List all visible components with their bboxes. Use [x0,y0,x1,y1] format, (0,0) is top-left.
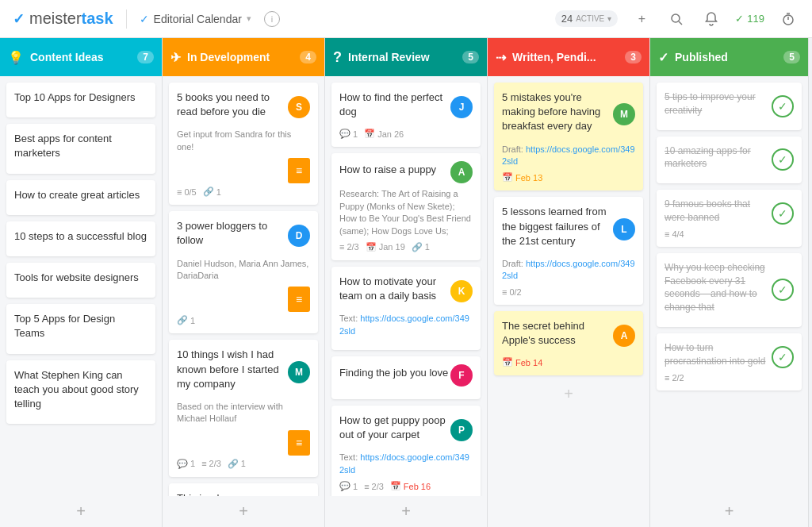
published-check-icon: ✓ [772,148,794,171]
info-icon[interactable]: i [264,11,280,27]
project-dropdown-icon: ▾ [247,13,251,24]
notif-check-icon: ✓ [735,13,744,25]
card-top10-apps[interactable]: Top 10 Apps for Designers [6,83,155,117]
card-meta: 💬1 ≡2/3 🔗1 [177,459,310,469]
card-date: 📅Feb 14 [502,357,635,367]
avatar-j: J [450,96,473,118]
card-3-bloggers[interactable]: 3 power bloggers to follow D Daniel Huds… [169,211,318,333]
card-meta: 🔗1 [177,315,310,325]
bell-button[interactable] [700,8,722,30]
card-meta: ≡2/2 [665,373,794,383]
published-title: Published [675,51,777,63]
checklist-count: ≡2/3 [201,459,221,468]
card-5-books[interactable]: 5 books you need to read before you die … [169,83,318,205]
active-count: 24 [561,13,573,25]
card-10-amazing[interactable]: 10 amazing apps for marketers ✓ [657,137,802,184]
card-meta: ≡0/5 🔗1 [177,187,310,197]
avatar-k: K [450,280,473,302]
card-10-steps[interactable]: 10 steps to a successful blog [6,221,155,256]
card-5-mistakes[interactable]: 5 mistakes you're making before having b… [494,83,643,190]
content-ideas-list: Top 10 Apps for Designers Best apps for … [0,76,162,496]
card-company-growing[interactable]: This is why your company isn't growing T… [169,483,318,496]
in-development-title: In Development [187,51,293,63]
timer-button[interactable] [777,8,799,30]
content-ideas-title: Content Ideas [30,51,131,63]
card-meta: 💬1 ≡2/3 📅Feb 16 [339,481,473,491]
add-internal-review-button[interactable]: + [325,496,487,527]
project-name: Editorial Calendar [154,13,242,25]
svg-point-0 [672,14,680,22]
comment-count: 💬1 [339,481,358,491]
comment-count: 💬1 [339,129,358,139]
add-button[interactable]: + [630,8,653,30]
logo[interactable]: ✓ meistertask [13,10,113,28]
board: 💡 Content Ideas 7 Top 10 Apps for Design… [0,38,812,527]
add-published-button[interactable]: + [650,496,808,527]
card-create-articles[interactable]: How to create great articles [6,180,155,215]
card-procrastination[interactable]: How to turn procrastination into gold ✓ … [657,333,802,390]
written-pending-list: 5 mistakes you're making before having b… [488,76,649,527]
column-internal-review: ? Internal Review 5 How to find the perf… [325,38,488,527]
internal-review-count: 5 [462,51,479,63]
card-facebook[interactable]: Why you keep checking Facebook every 31 … [657,253,802,327]
comment-count: 💬1 [177,459,195,469]
card-5-lessons[interactable]: 5 lessons learned from the biggest failu… [494,197,643,304]
card-5-tips[interactable]: 5 tips to improve your creativity ✓ [657,83,802,130]
card-date: 📅Feb 13 [502,172,635,183]
published-check-icon: ✓ [772,279,794,301]
avatar-d: D [288,225,310,247]
checklist-count: ≡4/4 [665,229,684,239]
avatar-m: M [288,361,310,383]
card-raise-puppy[interactable]: How to raise a puppy A Research: The Art… [331,153,481,260]
card-motivate-team[interactable]: How to motivate your team on a daily bas… [331,267,481,350]
card-10-things[interactable]: 10 things I wish I had known before I st… [169,340,318,476]
add-written-pending-button[interactable]: + [494,382,643,406]
avatar-f: F [450,364,473,387]
card-best-apps[interactable]: Best apps for content marketers [6,124,155,173]
written-pending-title: Written, Pendi... [512,51,619,63]
card-finding-job[interactable]: Finding the job you love F [331,356,481,399]
card-stephen-king[interactable]: What Stephen King can teach you about go… [6,360,155,425]
published-list: 5 tips to improve your creativity ✓ 10 a… [650,76,808,496]
add-content-ideas-button[interactable]: + [0,496,162,527]
card-meta: ≡2/3 📅Jan 19 🔗1 [339,242,473,252]
active-arrow-icon: ▾ [607,14,611,23]
link-count: 🔗1 [177,315,195,325]
written-pending-icon: ⇢ [496,50,506,65]
card-perfect-dog[interactable]: How to find the perfect dog J 💬1 📅Jan 26 [331,83,481,147]
checklist-count: ≡0/5 [177,187,197,197]
content-ideas-count: 7 [137,51,154,63]
link-count: 🔗1 [228,459,246,469]
project-check-icon: ✓ [140,13,149,25]
avatar-p: P [450,419,473,441]
card-puppy-poop[interactable]: How to get puppy poop out of your carpet… [331,406,481,496]
in-development-list: 5 books you need to read before you die … [163,76,324,496]
card-tools-website[interactable]: Tools for website designers [6,263,155,298]
published-check-icon: ✓ [772,95,794,117]
link-count: 🔗1 [412,242,430,252]
column-written-pending: ⇢ Written, Pendi... 3 5 mistakes you're … [488,38,650,527]
avatar-s: S [288,96,310,118]
in-development-icon: ✈ [170,50,181,65]
search-button[interactable] [665,8,688,30]
add-in-development-button[interactable]: + [163,496,324,527]
content-ideas-icon: 💡 [8,50,24,65]
column-header-internal-review: ? Internal Review 5 [325,38,487,76]
notifications-badge[interactable]: ✓ 119 [735,13,764,25]
card-apple-success[interactable]: The secret behind Apple's success A 📅Feb… [494,311,643,375]
column-content-ideas: 💡 Content Ideas 7 Top 10 Apps for Design… [0,38,163,527]
card-top5-apps[interactable]: Top 5 Apps for Design Teams [6,304,155,353]
active-badge[interactable]: 24 ACTIVE ▾ [555,10,619,27]
card-9-books[interactable]: 9 famous books that were banned ✓ ≡4/4 [657,190,802,247]
column-header-in-development: ✈ In Development 4 [163,38,324,76]
nav-project[interactable]: ✓ Editorial Calendar ▾ [140,13,251,25]
published-count: 5 [783,51,800,63]
column-header-published: ✓ Published 5 [650,38,808,76]
topnav: ✓ meistertask ✓ Editorial Calendar ▾ i 2… [0,0,812,38]
checklist-count: ≡0/2 [502,287,522,297]
date: 📅Jan 26 [364,129,404,139]
published-check-icon: ✓ [772,346,794,368]
card-meta: 💬1 📅Jan 26 [339,129,473,139]
doc-icon: ≡ [288,287,310,312]
checklist-count: ≡2/2 [665,373,684,383]
